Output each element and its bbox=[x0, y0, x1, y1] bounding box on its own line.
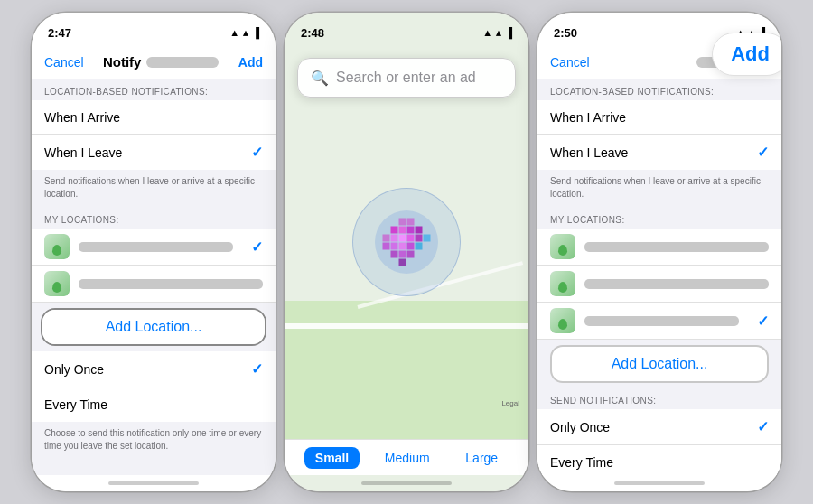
phone-frame-1: 2:47 ▲ ▴ ▐ Cancel Notify Add LOCATION-BA… bbox=[32, 13, 276, 491]
only-once-text-1: Only Once bbox=[44, 362, 251, 377]
search-icon-2: 🔍 bbox=[311, 70, 329, 87]
location-item-1[interactable]: ✓ bbox=[32, 229, 276, 266]
map-container-2: Legal bbox=[285, 45, 528, 439]
status-bar-2: 2:48 ▲ ▴ ▐ bbox=[285, 13, 528, 45]
location-avatar-1 bbox=[44, 234, 70, 259]
signal-icon-2: ▲ bbox=[482, 27, 492, 38]
map-background-2: Legal bbox=[285, 45, 528, 439]
location-section-label-1: LOCATION-BASED NOTIFICATIONS: bbox=[32, 79, 276, 100]
status-icons-1: ▲ ▴ ▐ bbox=[229, 27, 259, 39]
add-location-button-3[interactable]: Add Location... bbox=[550, 345, 769, 383]
status-icons-2: ▲ ▴ ▐ bbox=[482, 27, 512, 39]
location-name-blur-2 bbox=[79, 279, 263, 289]
nav-bar-1: Cancel Notify Add bbox=[32, 45, 276, 79]
add-button-1[interactable]: Add bbox=[238, 55, 263, 70]
when-leave-item-1[interactable]: When I Leave ✓ bbox=[32, 135, 276, 170]
battery-icon-1: ▐ bbox=[252, 27, 259, 38]
location-name-blur-3-2 bbox=[584, 279, 769, 289]
when-leave-text-1: When I Leave bbox=[44, 145, 251, 160]
location-item-3-3[interactable]: ✓ bbox=[537, 303, 781, 340]
location-avatar-2 bbox=[44, 271, 70, 296]
when-leave-text-3: When I Leave bbox=[550, 145, 757, 160]
add-location-button-1[interactable]: Add Location... bbox=[42, 310, 265, 344]
location-map-icon-3-1 bbox=[550, 234, 575, 259]
add-button-large-container-3[interactable]: Add bbox=[712, 33, 781, 76]
my-locations-label-3: MY LOCATIONS: bbox=[537, 208, 781, 229]
phone-content-3: LOCATION-BASED NOTIFICATIONS: When I Arr… bbox=[537, 79, 781, 475]
when-leave-check-1: ✓ bbox=[251, 144, 263, 161]
home-bar-2 bbox=[361, 481, 452, 485]
size-medium-2[interactable]: Medium bbox=[374, 447, 441, 469]
status-time-2: 2:48 bbox=[301, 26, 324, 40]
my-locations-group-1: ✓ bbox=[32, 229, 276, 303]
location-items-group-3: When I Arrive When I Leave ✓ bbox=[537, 100, 781, 170]
size-small-2[interactable]: Small bbox=[304, 447, 360, 469]
location-section-label-3: LOCATION-BASED NOTIFICATIONS: bbox=[537, 79, 781, 100]
location-check-3-3: ✓ bbox=[757, 313, 769, 330]
status-time-3: 2:50 bbox=[554, 26, 577, 40]
home-indicator-2 bbox=[285, 475, 528, 491]
location-avatar-3-2 bbox=[550, 271, 575, 296]
location-items-group-1: When I Arrive When I Leave ✓ bbox=[32, 100, 276, 170]
when-arrive-item-3[interactable]: When I Arrive bbox=[537, 100, 781, 135]
only-once-check-1: ✓ bbox=[251, 360, 263, 378]
location-name-blur-3-1 bbox=[584, 242, 769, 252]
map-path-area bbox=[285, 301, 528, 439]
every-time-item-1[interactable]: Every Time bbox=[32, 387, 276, 422]
map-road bbox=[285, 323, 528, 329]
when-arrive-text-3: When I Arrive bbox=[550, 110, 769, 125]
location-map-icon-2 bbox=[44, 271, 70, 296]
phone-frame-3: 2:50 ▲ ▴ ▐ Cancel Add LOCATION-BASED NOT… bbox=[537, 13, 781, 491]
when-arrive-text-1: When I Arrive bbox=[44, 110, 263, 125]
cancel-button-1[interactable]: Cancel bbox=[44, 55, 84, 70]
location-map-icon-1 bbox=[44, 234, 70, 259]
size-large-2[interactable]: Large bbox=[454, 447, 509, 469]
location-sub-text-3: Send notifications when I leave or arriv… bbox=[537, 170, 781, 208]
location-avatar-3-3 bbox=[550, 308, 575, 333]
search-bar-overlay-2[interactable]: 🔍 Search or enter an ad bbox=[297, 58, 516, 98]
every-time-item-3[interactable]: Every Time bbox=[537, 445, 781, 475]
cancel-button-3[interactable]: Cancel bbox=[550, 55, 590, 70]
home-bar-3 bbox=[614, 481, 705, 485]
only-once-text-3: Only Once bbox=[550, 420, 757, 434]
location-check-1: ✓ bbox=[251, 238, 263, 256]
home-indicator-1 bbox=[32, 475, 276, 491]
wifi-icon-2: ▴ bbox=[496, 27, 501, 39]
map-label: Legal bbox=[501, 399, 519, 407]
once-group-1: Only Once ✓ Every Time bbox=[32, 351, 276, 422]
add-button-large-3[interactable]: Add bbox=[731, 42, 770, 65]
when-leave-item-3[interactable]: When I Leave ✓ bbox=[537, 135, 781, 170]
status-bar-1: 2:47 ▲ ▴ ▐ bbox=[32, 13, 276, 45]
only-once-item-3[interactable]: Only Once ✓ bbox=[537, 409, 781, 445]
phone-content-1: LOCATION-BASED NOTIFICATIONS: When I Arr… bbox=[32, 79, 276, 475]
location-name-blur-3-3 bbox=[584, 316, 739, 326]
only-once-item-1[interactable]: Only Once ✓ bbox=[32, 351, 276, 387]
home-indicator-3 bbox=[537, 475, 781, 491]
my-locations-label-1: MY LOCATIONS: bbox=[32, 208, 276, 229]
nav-title-blur-1 bbox=[146, 57, 219, 68]
once-sub-text-1: Choose to send this notification only on… bbox=[32, 422, 276, 460]
home-bar-1 bbox=[108, 481, 199, 485]
every-time-text-3: Every Time bbox=[550, 455, 769, 470]
map-pixel-art bbox=[383, 219, 431, 266]
wifi-icon-1: ▴ bbox=[243, 27, 248, 39]
only-once-check-3: ✓ bbox=[757, 418, 769, 435]
battery-icon-2: ▐ bbox=[505, 27, 512, 38]
size-selector-2: Small Medium Large bbox=[285, 439, 528, 475]
my-locations-group-3: ✓ bbox=[537, 229, 781, 340]
location-item-3-2[interactable] bbox=[537, 266, 781, 303]
location-avatar-3-1 bbox=[550, 234, 575, 259]
location-item-3-1[interactable] bbox=[537, 229, 781, 266]
add-location-text-1: Add Location... bbox=[106, 319, 202, 335]
location-map-icon-3-2 bbox=[550, 271, 575, 296]
phone-frame-2: 2:48 ▲ ▴ ▐ Legal bbox=[285, 13, 528, 491]
location-item-2[interactable] bbox=[32, 266, 276, 303]
signal-icon-1: ▲ bbox=[229, 27, 239, 38]
add-location-text-3: Add Location... bbox=[612, 356, 708, 372]
once-group-3: Only Once ✓ Every Time bbox=[537, 409, 781, 475]
nav-title-1: Notify bbox=[103, 54, 142, 70]
nav-bar-3: Cancel Add bbox=[537, 45, 781, 79]
when-arrive-item-1[interactable]: When I Arrive bbox=[32, 100, 276, 135]
location-sub-text-1: Send notifications when I leave or arriv… bbox=[32, 170, 276, 208]
every-time-text-1: Every Time bbox=[44, 397, 263, 412]
